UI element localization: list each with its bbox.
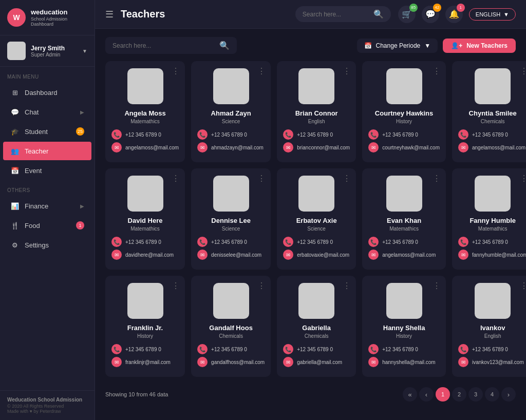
settings-icon: ⚙ [10,240,20,250]
logo-icon: W [7,8,26,27]
cart-button[interactable]: 🛒 85 [398,6,416,23]
phone-row: 📞 +12 345 6789 0 [283,237,350,247]
phone-icon: 📞 [111,344,122,354]
teacher-avatar [298,176,334,212]
phone-number: +12 345 6789 0 [125,132,161,138]
phone-icon: 📞 [458,237,468,247]
bell-badge: 1 [457,4,465,12]
card-menu-icon[interactable]: ⋮ [172,281,180,291]
phone-number: +12 345 6789 0 [382,347,418,352]
email-icon: ✉ [283,357,293,367]
page-2-button[interactable]: 2 [452,387,466,402]
sidebar-item-chat[interactable]: 💬 Chat ▶ [3,103,91,121]
card-menu-icon[interactable]: ⋮ [520,66,526,76]
teacher-subject: English [484,333,501,339]
teacher-subject: History [396,119,412,124]
teacher-name: Franklin Jr. [127,324,163,332]
phone-icon: 📞 [283,344,293,354]
language-label: ENGLISH [476,11,500,17]
chat-button[interactable]: 💬 42 [422,6,439,23]
card-menu-icon[interactable]: ⋮ [172,66,180,76]
language-button[interactable]: ENGLISH ▼ [469,8,516,21]
sidebar-item-label: Food [25,222,40,230]
teacher-name: Ahmad Zayn [211,109,251,117]
teacher-card: ⋮ Chyntia Smilee Chemicals 📞 +12 345 678… [452,61,526,162]
sidebar-item-settings[interactable]: ⚙ Settings [3,236,91,254]
teacher-contact: 📞 +12 345 6789 0 ✉ angelamoss@mail.com [111,129,179,155]
email-icon: ✉ [283,142,293,152]
phone-number: +12 345 6789 0 [211,239,247,245]
sidebar: W weducation School Admission Dashboard … [0,0,95,420]
teacher-contact: 📞 +12 345 6789 0 ✉ gandalfhoss@mail.com [197,344,265,370]
email-address: ivankov123@mail.com [472,359,524,365]
email-address: denisselee@mail.com [211,252,261,258]
sidebar-item-food[interactable]: 🍴 Food 1 [3,216,91,235]
sidebar-item-teacher[interactable]: 👥 Teacher [3,142,91,160]
phone-icon: 📞 [368,129,379,140]
teacher-contact: 📞 +12 345 6789 0 ✉ davidhere@mail.com [111,237,179,262]
card-menu-icon[interactable]: ⋮ [257,281,266,291]
email-row: ✉ gabriella@mail.com [283,357,350,367]
period-label: Change Periode [376,42,421,49]
prev-page-button[interactable]: ‹ [419,387,434,402]
email-address: gandalfhoss@mail.com [211,359,265,365]
phone-icon: 📞 [283,237,293,247]
sidebar-item-label: Settings [25,241,49,249]
teacher-contact: 📞 +12 345 6789 0 ✉ franklinjr@mail.com [111,344,179,370]
card-menu-icon[interactable]: ⋮ [172,174,180,183]
teacher-avatar [213,68,249,104]
phone-row: 📞 +12 345 6789 0 [111,344,179,354]
page-3-button[interactable]: 3 [468,387,483,402]
card-menu-icon[interactable]: ⋮ [433,66,441,76]
teacher-name: Dennise Lee [211,217,251,224]
card-menu-icon[interactable]: ⋮ [520,281,526,291]
bell-button[interactable]: 🔔 1 [445,6,463,23]
card-menu-icon[interactable]: ⋮ [257,66,266,76]
email-address: hannyshella@mail.com [382,359,436,365]
content-search-input[interactable] [112,42,215,49]
sidebar-item-student[interactable]: 🎓 Student 25 [3,122,91,141]
chevron-down-icon: ▼ [82,48,87,54]
topbar-search-input[interactable] [303,11,369,18]
email-icon: ✉ [368,142,379,152]
teacher-subject: Chemicals [219,333,243,339]
card-menu-icon[interactable]: ⋮ [520,174,526,183]
email-row: ✉ erbatovaxie@mail.com [283,250,350,260]
others-label: Others [0,180,95,196]
phone-number: +12 345 6789 0 [211,347,247,352]
phone-number: +12 345 6789 0 [125,347,161,352]
next-page-button[interactable]: › [501,387,516,402]
topbar: ☰ Teachers 🔍 🛒 85 💬 42 🔔 1 ENGLISH ▼ [95,0,526,29]
email-row: ✉ davidhere@mail.com [111,250,179,260]
teacher-avatar [475,176,511,212]
sidebar-item-event[interactable]: 📅 Event [3,161,91,180]
phone-number: +12 345 6789 0 [211,132,247,138]
change-period-button[interactable]: 📅 Change Periode ▼ [357,39,438,53]
sidebar-item-dashboard[interactable]: ⊞ Dashboard [3,83,91,102]
new-teacher-button[interactable]: 👤+ New Teachers [443,39,516,53]
menu-icon[interactable]: ☰ [105,9,114,20]
phone-icon: 📞 [458,344,468,354]
teacher-name: Angela Moss [124,109,165,117]
first-page-button[interactable]: « [403,387,417,402]
email-icon: ✉ [111,142,122,152]
card-menu-icon[interactable]: ⋮ [257,174,266,183]
footer-copyright: © 2020 All Rights Reserved [7,404,87,409]
user-profile[interactable]: Jerry Smith Super Admin ▼ [0,35,95,67]
card-menu-icon[interactable]: ⋮ [433,281,441,291]
card-menu-icon[interactable]: ⋮ [343,66,351,76]
phone-icon: 📞 [197,344,208,354]
page-1-button[interactable]: 1 [436,387,450,402]
teacher-name: Brian Connor [295,109,338,117]
phone-row: 📞 +12 345 6789 0 [197,344,265,354]
page-4-button[interactable]: 4 [485,387,499,402]
card-menu-icon[interactable]: ⋮ [343,174,351,183]
sidebar-item-finance[interactable]: 📊 Finance ▶ [3,197,91,215]
phone-row: 📞 +12 345 6789 0 [197,237,265,247]
sidebar-item-label: Event [25,167,42,175]
card-menu-icon[interactable]: ⋮ [343,281,351,291]
teacher-card: ⋮ Franklin Jr. History 📞 +12 345 6789 0 … [105,276,185,377]
card-menu-icon[interactable]: ⋮ [433,174,441,183]
teacher-avatar [475,283,511,319]
email-icon: ✉ [197,357,208,367]
